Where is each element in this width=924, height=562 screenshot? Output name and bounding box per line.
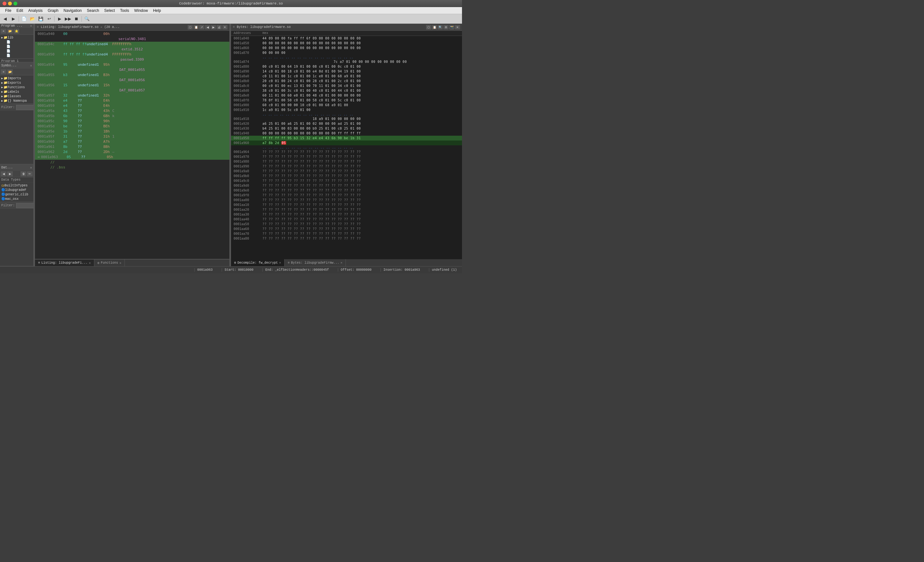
tree-item-file4[interactable]: 📄 bbox=[6, 53, 33, 58]
bytes-tab-decompile[interactable]: ⚙ Decompile: fw_decrypt ✕ bbox=[231, 259, 285, 266]
bytes-hex: 44 09 00 00 fa ff ff 6f 09 00 00 00 00 0… bbox=[262, 36, 459, 41]
tb-search-button[interactable]: 🔍 bbox=[83, 15, 91, 22]
bytes-row: 0001a970 ?? ?? ?? ?? ?? ?? ?? ?? ?? ?? ?… bbox=[231, 154, 462, 159]
maximize-button[interactable] bbox=[14, 1, 17, 6]
listing-btn-1[interactable]: ⬡ bbox=[188, 25, 193, 30]
listing-type: ?? bbox=[78, 119, 103, 124]
data-panel-close[interactable]: ✕ bbox=[30, 165, 32, 170]
listing-hex: e4 bbox=[63, 103, 78, 108]
bytes-btn-1[interactable]: ⬡ bbox=[426, 25, 431, 30]
data-libupgrade-label: libupgradeF bbox=[5, 188, 26, 192]
menu-search[interactable]: Search bbox=[84, 7, 102, 14]
bytes-addr: 0001aa80 bbox=[234, 236, 262, 241]
tb-forward-button[interactable]: ▶ bbox=[10, 15, 17, 22]
menu-file[interactable]: File bbox=[3, 7, 14, 14]
listing-btn-2[interactable]: 📋 bbox=[194, 25, 199, 30]
tb-undo-button[interactable]: ↩ bbox=[45, 15, 53, 22]
tb-open-button[interactable]: 📂 bbox=[28, 15, 36, 22]
pt-btn-3[interactable]: ⭐ bbox=[14, 28, 19, 34]
bytes-row: 0001a8a0 c0 11 01 00 1c c0 01 00 1c e0 0… bbox=[231, 74, 462, 79]
bytes-dotted-row-3: .. .. .. .. .. .. .. .. .. .. .. .. .. .… bbox=[231, 145, 462, 150]
tb-new-button[interactable]: 📄 bbox=[20, 15, 28, 22]
menu-window[interactable]: Window bbox=[132, 7, 150, 14]
menu-navigation[interactable]: Navigation bbox=[61, 7, 84, 14]
bp-tab-decompile-close[interactable]: ✕ bbox=[279, 261, 281, 265]
data-panel-header: Dat... ✕ bbox=[0, 164, 33, 171]
listing-btn-4[interactable]: ◀ bbox=[205, 25, 210, 30]
bytes-addr: 0001a860 bbox=[234, 45, 262, 50]
tab-listing-close[interactable]: ✕ bbox=[89, 261, 91, 265]
tree-item-file1[interactable]: 📄 bbox=[6, 40, 33, 44]
close-button[interactable] bbox=[3, 1, 6, 6]
data-pt-btn-1[interactable]: ◀ bbox=[1, 171, 6, 177]
tab-functions[interactable]: ⚙ Functions ✕ bbox=[94, 259, 125, 266]
data-pt-btn-4[interactable]: ✏ bbox=[27, 171, 33, 177]
tree-item-file3[interactable]: 📄 bbox=[6, 49, 33, 53]
listing-btn-close[interactable]: ✕ bbox=[222, 25, 228, 30]
tb-analyze-button[interactable]: ▶ bbox=[56, 15, 63, 22]
tab-listing[interactable]: ≡ Listing: libupgradeFi... ✕ bbox=[35, 259, 94, 266]
listing-content[interactable]: 0001a940 00 00h serialNO.3481 0001a94c f… bbox=[35, 31, 230, 259]
data-item-builtintypes[interactable]: 🗂 BuiltInTypes bbox=[1, 183, 33, 188]
data-pt-btn-3[interactable]: 🗑 bbox=[21, 171, 26, 177]
bp-tab-bytes-close[interactable]: ✕ bbox=[340, 261, 342, 265]
listing-btn-3[interactable]: ↗ bbox=[199, 25, 204, 30]
listing-btn-6[interactable]: 🖨 bbox=[217, 25, 222, 30]
symbol-panel-close[interactable]: ✕ bbox=[30, 63, 32, 68]
menu-edit[interactable]: Edit bbox=[14, 7, 26, 14]
tree-item-file2[interactable]: 📄 bbox=[6, 44, 33, 49]
toolbar: ◀ ▶ 📄 📂 💾 ↩ ▶ ▶▶ ⏹ 🔍 bbox=[0, 14, 462, 24]
menu-graph[interactable]: Graph bbox=[45, 7, 61, 14]
bytes-btn-4[interactable]: ⚙ bbox=[443, 25, 448, 30]
bytes-btn-2[interactable]: 📋 bbox=[432, 25, 437, 30]
sym-pt-btn-2[interactable]: 📂 bbox=[7, 69, 13, 74]
listing-label-row: serialNO.3481 bbox=[35, 37, 230, 42]
tb-stop-button[interactable]: ⏹ bbox=[72, 15, 80, 22]
tab-functions-icon: ⚙ bbox=[98, 261, 99, 265]
listing-type: undefined4 bbox=[87, 52, 112, 57]
bytes-btn-3[interactable]: 🔍 bbox=[438, 25, 443, 30]
pt-btn-1[interactable]: ≡ bbox=[1, 28, 6, 34]
tab-functions-close[interactable]: ✕ bbox=[119, 261, 121, 265]
sym-tree-imports[interactable]: ▶ 📁 Imports bbox=[1, 76, 33, 81]
sym-tree-exports[interactable]: ▶ 📁 Exports bbox=[1, 81, 33, 85]
listing-row: 0001a957 32 undefined1 32h bbox=[35, 93, 230, 98]
listing-addr: 0001a954 bbox=[38, 62, 63, 67]
bytes-hex: ?? ?? ?? ?? ?? ?? ?? ?? ?? ?? ?? ?? ?? ?… bbox=[262, 222, 459, 226]
tb-save-button[interactable]: 💾 bbox=[37, 15, 45, 22]
bytes-hex: ?? ?? ?? ?? ?? ?? ?? ?? ?? ?? ?? ?? ?? ?… bbox=[262, 169, 459, 174]
left-panel: Program ... ✕ ≡ 📂 ⭐ ▶ 📁 lib 📄 bbox=[0, 24, 34, 266]
data-item-libupgrade[interactable]: 🔵 libupgradeF bbox=[1, 188, 33, 192]
menu-tools[interactable]: Tools bbox=[117, 7, 132, 14]
listing-hex: 6b bbox=[63, 114, 78, 119]
bytes-hex: a7 8b 2d 05 bbox=[262, 141, 459, 145]
data-pt-btn-2[interactable]: ▶ bbox=[7, 171, 13, 177]
status-offset: Offset: 00000000 bbox=[338, 268, 374, 272]
minimize-button[interactable] bbox=[8, 1, 12, 6]
bytes-btn-5[interactable]: 📸 bbox=[449, 25, 454, 30]
program-panel-close[interactable]: ✕ bbox=[30, 24, 32, 28]
bytes-tab-bytes[interactable]: ≡ Bytes: libupgradeFirmw... ✕ bbox=[285, 259, 346, 266]
bytes-content[interactable]: 0001a840 44 09 00 00 fa ff ff 6f 09 00 0… bbox=[231, 36, 462, 259]
menu-analysis[interactable]: Analysis bbox=[26, 7, 45, 14]
pt-btn-2[interactable]: 📂 bbox=[7, 28, 13, 34]
bytes-row: 0001a8e0 60 11 01 00 60 e0 01 00 48 c0 0… bbox=[231, 93, 462, 98]
listing-addr: 0001a959 bbox=[38, 103, 63, 108]
sym-tree-functions[interactable]: ▶ 📁 Functions bbox=[1, 85, 33, 90]
menu-select[interactable]: Select bbox=[102, 7, 117, 14]
data-item-genericclib[interactable]: 🔵 generic_clib bbox=[1, 192, 33, 196]
tb-run-button[interactable]: ▶▶ bbox=[64, 15, 72, 22]
symbol-panel-header: Symbo... ✕ bbox=[0, 62, 33, 69]
sym-tree-classes[interactable]: ▶ 📁 Classes bbox=[1, 94, 33, 99]
listing-btn-5[interactable]: ▶ bbox=[211, 25, 216, 30]
bytes-row: 0001a964 ?? ?? ?? ?? ?? ?? ?? ?? ?? ?? ?… bbox=[231, 150, 462, 154]
sym-tree-labels[interactable]: ▶ 📁 Labels bbox=[1, 90, 33, 94]
menu-help[interactable]: Help bbox=[150, 7, 164, 14]
sym-tree-namespaces[interactable]: ▶ 📁 {} Namespa bbox=[1, 99, 33, 103]
data-item-macosx[interactable]: 🔵 mac_osx bbox=[1, 196, 33, 201]
sym-pt-btn-1[interactable]: ≡ bbox=[1, 69, 6, 74]
bytes-btn-close[interactable]: ✕ bbox=[455, 25, 460, 30]
tree-item-lib[interactable]: ▶ 📁 lib bbox=[1, 35, 33, 40]
tb-back-button[interactable]: ◀ bbox=[1, 15, 9, 22]
data-types-label: Data Types bbox=[1, 178, 21, 181]
